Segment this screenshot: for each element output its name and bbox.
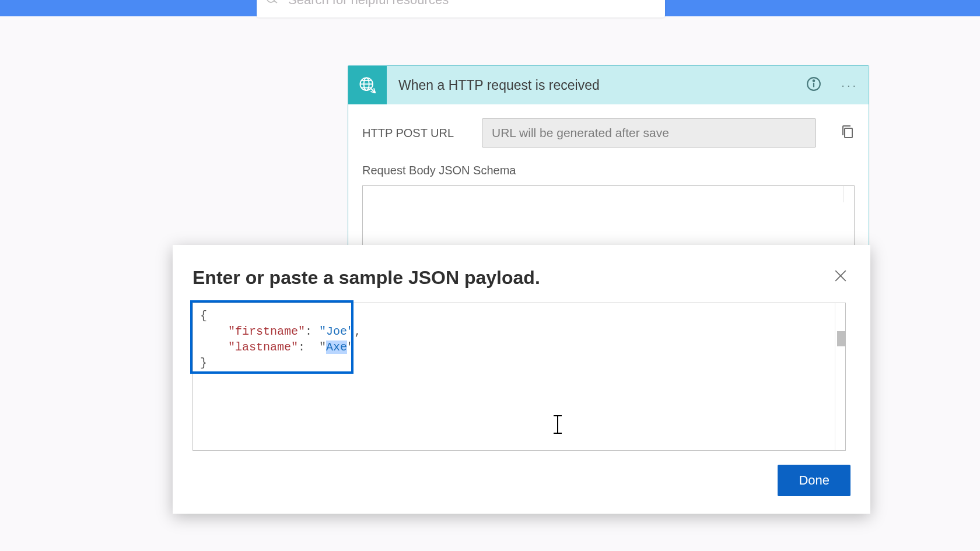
svg-rect-10: [845, 128, 852, 138]
text-cursor-icon: [557, 415, 558, 434]
json-val-2-selected: Axe: [326, 341, 347, 354]
json-key-1: firstname: [235, 325, 298, 338]
http-post-url-field[interactable]: URL will be generated after save: [482, 118, 816, 148]
json-val-1: Joe: [326, 325, 347, 338]
json-key-2: lastname: [235, 341, 291, 354]
http-post-url-label: HTTP POST URL: [362, 127, 464, 140]
svg-point-0: [267, 0, 275, 3]
json-payload-textarea[interactable]: { "firstname": "Joe", "lastname": "Axe" …: [192, 303, 846, 451]
http-post-url-placeholder: URL will be generated after save: [492, 126, 669, 140]
close-icon[interactable]: [831, 267, 850, 287]
scrollbar-track[interactable]: [835, 303, 845, 450]
copy-icon[interactable]: [841, 124, 855, 142]
modal-title: Enter or paste a sample JSON payload.: [192, 267, 540, 289]
done-button[interactable]: Done: [778, 465, 850, 496]
trigger-header[interactable]: When a HTTP request is received ···: [348, 66, 869, 104]
svg-point-9: [813, 80, 815, 82]
search-icon: [265, 0, 281, 10]
top-banner: Search for helpful resources: [0, 0, 980, 16]
info-icon[interactable]: [806, 76, 821, 94]
request-body-schema-label: Request Body JSON Schema: [362, 164, 855, 177]
scrollbar-thumb[interactable]: [837, 331, 845, 346]
svg-line-1: [274, 0, 277, 3]
search-box[interactable]: Search for helpful resources: [257, 0, 665, 17]
http-trigger-icon: [348, 66, 387, 104]
more-icon[interactable]: ···: [841, 79, 858, 92]
search-placeholder: Search for helpful resources: [288, 0, 449, 8]
trigger-title: When a HTTP request is received: [387, 78, 806, 93]
sample-json-modal: Enter or paste a sample JSON payload. { …: [173, 245, 870, 514]
scrollbar[interactable]: [844, 186, 854, 202]
